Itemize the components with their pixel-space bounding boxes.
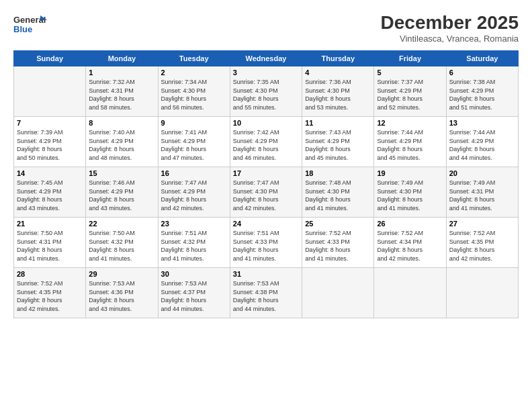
- day-number: 2: [161, 68, 227, 77]
- day-info: Sunrise: 7:52 AM Sunset: 4:35 PM Dayligh…: [449, 229, 515, 263]
- day-number: 22: [89, 220, 154, 228]
- calendar-cell: 13Sunrise: 7:44 AM Sunset: 4:29 PM Dayli…: [446, 117, 518, 167]
- calendar-cell: 27Sunrise: 7:52 AM Sunset: 4:35 PM Dayli…: [446, 218, 518, 268]
- day-number: 29: [89, 270, 154, 278]
- day-number: 12: [377, 119, 443, 127]
- calendar-cell: 20Sunrise: 7:49 AM Sunset: 4:31 PM Dayli…: [446, 167, 518, 218]
- day-info: Sunrise: 7:52 AM Sunset: 4:34 PM Dayligh…: [377, 229, 443, 263]
- day-number: 26: [377, 220, 443, 228]
- calendar-cell: 12Sunrise: 7:44 AM Sunset: 4:29 PM Dayli…: [374, 117, 446, 167]
- day-info: Sunrise: 7:49 AM Sunset: 4:30 PM Dayligh…: [377, 179, 443, 212]
- calendar-cell: 11Sunrise: 7:43 AM Sunset: 4:29 PM Dayli…: [302, 117, 374, 167]
- day-info: Sunrise: 7:32 AM Sunset: 4:31 PM Dayligh…: [89, 78, 154, 111]
- day-info: Sunrise: 7:52 AM Sunset: 4:33 PM Dayligh…: [305, 229, 371, 263]
- day-number: 6: [449, 68, 515, 77]
- day-info: Sunrise: 7:40 AM Sunset: 4:29 PM Dayligh…: [89, 128, 154, 162]
- day-info: Sunrise: 7:52 AM Sunset: 4:35 PM Dayligh…: [17, 279, 83, 313]
- weekday-header-wednesday: Wednesday: [230, 51, 302, 66]
- calendar-cell: 21Sunrise: 7:50 AM Sunset: 4:31 PM Dayli…: [14, 218, 86, 268]
- calendar-cell: 30Sunrise: 7:53 AM Sunset: 4:37 PM Dayli…: [158, 268, 230, 318]
- day-info: Sunrise: 7:46 AM Sunset: 4:29 PM Dayligh…: [89, 179, 154, 212]
- calendar-cell: 19Sunrise: 7:49 AM Sunset: 4:30 PM Dayli…: [374, 167, 446, 218]
- day-info: Sunrise: 7:37 AM Sunset: 4:29 PM Dayligh…: [377, 78, 443, 111]
- day-number: 5: [377, 68, 443, 77]
- calendar-table: SundayMondayTuesdayWednesdayThursdayFrid…: [13, 50, 519, 318]
- calendar-cell: 16Sunrise: 7:47 AM Sunset: 4:29 PM Dayli…: [158, 167, 230, 218]
- calendar-cell: [374, 268, 446, 318]
- day-number: 25: [305, 220, 371, 228]
- calendar-cell: 6Sunrise: 7:38 AM Sunset: 4:29 PM Daylig…: [446, 66, 518, 117]
- calendar-cell: 26Sunrise: 7:52 AM Sunset: 4:34 PM Dayli…: [374, 218, 446, 268]
- calendar-week-4: 21Sunrise: 7:50 AM Sunset: 4:31 PM Dayli…: [14, 218, 519, 268]
- calendar-cell: 8Sunrise: 7:40 AM Sunset: 4:29 PM Daylig…: [86, 117, 158, 167]
- day-number: 23: [161, 220, 227, 228]
- day-number: 30: [161, 270, 227, 278]
- weekday-header-friday: Friday: [374, 51, 446, 66]
- calendar-page: General Blue December 2025 Vintileasca, …: [0, 0, 532, 411]
- day-info: Sunrise: 7:41 AM Sunset: 4:29 PM Dayligh…: [161, 128, 227, 162]
- day-number: 14: [17, 169, 83, 177]
- weekday-header-row: SundayMondayTuesdayWednesdayThursdayFrid…: [14, 51, 519, 66]
- day-number: 15: [89, 169, 154, 177]
- day-number: 19: [377, 169, 443, 177]
- weekday-header-tuesday: Tuesday: [158, 51, 230, 66]
- location-title: Vintileasca, Vrancea, Romania: [381, 34, 519, 44]
- day-info: Sunrise: 7:47 AM Sunset: 4:30 PM Dayligh…: [233, 179, 299, 212]
- day-info: Sunrise: 7:48 AM Sunset: 4:30 PM Dayligh…: [305, 179, 371, 212]
- day-number: 1: [89, 68, 154, 77]
- calendar-cell: [302, 268, 374, 318]
- logo-svg: General Blue: [13, 12, 47, 39]
- calendar-week-3: 14Sunrise: 7:45 AM Sunset: 4:29 PM Dayli…: [14, 167, 519, 218]
- day-info: Sunrise: 7:44 AM Sunset: 4:29 PM Dayligh…: [449, 128, 515, 162]
- svg-text:Blue: Blue: [13, 24, 32, 34]
- day-info: Sunrise: 7:45 AM Sunset: 4:29 PM Dayligh…: [17, 179, 83, 212]
- weekday-header-thursday: Thursday: [302, 51, 374, 66]
- weekday-header-sunday: Sunday: [14, 51, 86, 66]
- calendar-cell: 14Sunrise: 7:45 AM Sunset: 4:29 PM Dayli…: [14, 167, 86, 218]
- weekday-header-saturday: Saturday: [446, 51, 518, 66]
- day-number: 24: [233, 220, 299, 228]
- calendar-cell: 10Sunrise: 7:42 AM Sunset: 4:29 PM Dayli…: [230, 117, 302, 167]
- calendar-cell: 29Sunrise: 7:53 AM Sunset: 4:36 PM Dayli…: [86, 268, 158, 318]
- day-info: Sunrise: 7:51 AM Sunset: 4:32 PM Dayligh…: [161, 229, 227, 263]
- calendar-cell: 2Sunrise: 7:34 AM Sunset: 4:30 PM Daylig…: [158, 66, 230, 117]
- calendar-cell: 23Sunrise: 7:51 AM Sunset: 4:32 PM Dayli…: [158, 218, 230, 268]
- calendar-cell: 17Sunrise: 7:47 AM Sunset: 4:30 PM Dayli…: [230, 167, 302, 218]
- calendar-week-2: 7Sunrise: 7:39 AM Sunset: 4:29 PM Daylig…: [14, 117, 519, 167]
- day-info: Sunrise: 7:53 AM Sunset: 4:36 PM Dayligh…: [89, 279, 154, 313]
- day-info: Sunrise: 7:34 AM Sunset: 4:30 PM Dayligh…: [161, 78, 227, 111]
- day-number: 17: [233, 169, 299, 177]
- day-info: Sunrise: 7:42 AM Sunset: 4:29 PM Dayligh…: [233, 128, 299, 162]
- day-number: 7: [17, 119, 83, 127]
- calendar-week-1: 1Sunrise: 7:32 AM Sunset: 4:31 PM Daylig…: [14, 66, 519, 117]
- logo: General Blue: [13, 12, 47, 39]
- calendar-cell: 31Sunrise: 7:53 AM Sunset: 4:38 PM Dayli…: [230, 268, 302, 318]
- day-number: 8: [89, 119, 154, 127]
- day-info: Sunrise: 7:44 AM Sunset: 4:29 PM Dayligh…: [377, 128, 443, 162]
- day-info: Sunrise: 7:51 AM Sunset: 4:33 PM Dayligh…: [233, 229, 299, 263]
- calendar-cell: 22Sunrise: 7:50 AM Sunset: 4:32 PM Dayli…: [86, 218, 158, 268]
- month-title: December 2025: [381, 12, 519, 34]
- calendar-cell: 24Sunrise: 7:51 AM Sunset: 4:33 PM Dayli…: [230, 218, 302, 268]
- calendar-cell: [446, 268, 518, 318]
- day-number: 13: [449, 119, 515, 127]
- day-info: Sunrise: 7:36 AM Sunset: 4:30 PM Dayligh…: [305, 78, 371, 111]
- calendar-cell: 25Sunrise: 7:52 AM Sunset: 4:33 PM Dayli…: [302, 218, 374, 268]
- calendar-cell: 18Sunrise: 7:48 AM Sunset: 4:30 PM Dayli…: [302, 167, 374, 218]
- day-info: Sunrise: 7:49 AM Sunset: 4:31 PM Dayligh…: [449, 179, 515, 212]
- day-number: 9: [161, 119, 227, 127]
- calendar-cell: 7Sunrise: 7:39 AM Sunset: 4:29 PM Daylig…: [14, 117, 86, 167]
- day-number: 16: [161, 169, 227, 177]
- calendar-cell: 1Sunrise: 7:32 AM Sunset: 4:31 PM Daylig…: [86, 66, 158, 117]
- day-number: 28: [17, 270, 83, 278]
- day-number: 27: [449, 220, 515, 228]
- day-info: Sunrise: 7:50 AM Sunset: 4:31 PM Dayligh…: [17, 229, 83, 263]
- calendar-cell: 9Sunrise: 7:41 AM Sunset: 4:29 PM Daylig…: [158, 117, 230, 167]
- day-number: 31: [233, 270, 299, 278]
- calendar-cell: 15Sunrise: 7:46 AM Sunset: 4:29 PM Dayli…: [86, 167, 158, 218]
- calendar-cell: 28Sunrise: 7:52 AM Sunset: 4:35 PM Dayli…: [14, 268, 86, 318]
- day-info: Sunrise: 7:53 AM Sunset: 4:38 PM Dayligh…: [233, 279, 299, 313]
- day-info: Sunrise: 7:35 AM Sunset: 4:30 PM Dayligh…: [233, 78, 299, 111]
- calendar-cell: 5Sunrise: 7:37 AM Sunset: 4:29 PM Daylig…: [374, 66, 446, 117]
- weekday-header-monday: Monday: [86, 51, 158, 66]
